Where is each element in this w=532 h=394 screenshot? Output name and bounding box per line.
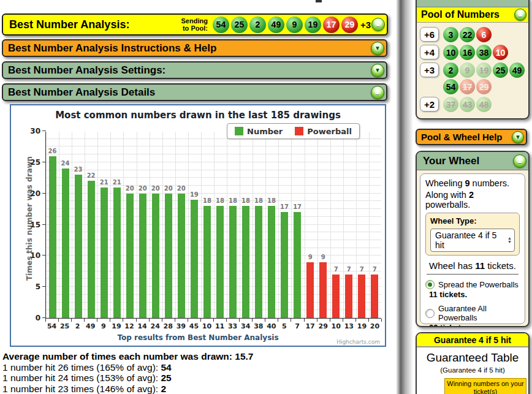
chart-bar[interactable]: [75, 175, 82, 318]
bar-value-label: 18: [267, 197, 276, 204]
x-tick-label: 11: [213, 322, 226, 330]
pool-ball[interactable]: 17: [460, 79, 475, 94]
pool-ball[interactable]: 10: [493, 45, 508, 60]
section-collapse-icon[interactable]: [371, 42, 384, 55]
chart-bar[interactable]: [242, 206, 249, 318]
pool-ball[interactable]: 38: [476, 45, 492, 60]
divider: [427, 274, 519, 275]
legend-item-number[interactable]: Number: [235, 127, 283, 136]
radio-selected-icon[interactable]: [425, 280, 435, 289]
section-bar-label: Best Number Analysis Details: [8, 86, 155, 99]
highcharts-credit[interactable]: Highcharts.com: [336, 339, 380, 345]
x-tick-label: 45: [188, 322, 200, 330]
chart-bar[interactable]: [139, 194, 146, 318]
analysis-summary: Average number of times each number was …: [2, 351, 398, 394]
chart-bar[interactable]: [191, 200, 198, 318]
pool-ball[interactable]: 9: [460, 63, 475, 78]
chart-column: 20: [162, 132, 175, 318]
chart-bar[interactable]: [332, 275, 340, 318]
legend-label: Number: [247, 127, 283, 136]
chart-bar[interactable]: [165, 194, 172, 318]
chart-bar[interactable]: [319, 262, 327, 319]
y-tick-mark: [42, 317, 46, 318]
y-tick-mark: [42, 286, 46, 287]
chart-bar[interactable]: [358, 275, 365, 318]
legend-swatch-icon: [295, 127, 303, 135]
pool-ball[interactable]: 10: [443, 45, 458, 60]
wheel-type-value: Guarantee 4 if 5 hit: [435, 230, 504, 250]
section-bar-instructions[interactable]: Best Number Analysis Instructions & Help: [2, 39, 387, 57]
section-collapse-icon[interactable]: [371, 86, 384, 99]
chart-bar[interactable]: [88, 181, 95, 318]
pool-ball: 25: [231, 17, 248, 33]
chart-bar[interactable]: [281, 212, 288, 318]
pool-ball[interactable]: 37: [443, 97, 458, 112]
chart-column: 22: [85, 132, 97, 318]
pool-ball: 29: [341, 17, 358, 33]
chart-bar[interactable]: [152, 194, 159, 318]
chart-bar[interactable]: [371, 275, 378, 318]
best-number-analysis-header-bar[interactable]: Best Number Analysis: Sending to Pool: 5…: [2, 13, 388, 36]
section-collapse-icon[interactable]: [371, 64, 384, 77]
bar-value-label: 21: [100, 179, 108, 186]
chart-bar[interactable]: [178, 194, 185, 318]
pool-ball[interactable]: 6: [476, 27, 492, 42]
chart-bar[interactable]: [113, 188, 121, 319]
pool-ball[interactable]: 54: [443, 79, 458, 94]
collapse-toggle-icon[interactable]: [371, 18, 385, 31]
summary-line-value: 25: [161, 373, 171, 383]
radio-unselected-icon[interactable]: [425, 309, 435, 318]
select-spinner-icon[interactable]: ▲▼: [504, 237, 512, 244]
chart-bar[interactable]: [255, 206, 262, 318]
pool-ball[interactable]: 25: [493, 63, 508, 78]
bar-value-label: 20: [139, 185, 147, 192]
legend-item-powerball[interactable]: Powerball: [295, 127, 352, 136]
pool-of-numbers-header[interactable]: Pool of Numbers: [417, 7, 528, 23]
pool-ball[interactable]: 22: [460, 27, 475, 42]
pool-ball[interactable]: 2: [443, 63, 458, 78]
section-bar-settings[interactable]: Best Number Analysis Settings:: [2, 61, 387, 79]
pool-ball[interactable]: 19: [476, 63, 492, 78]
radio-guarantee-all-powerballs[interactable]: Guarantee All Powerballs: [425, 304, 520, 322]
table-corner-cell: [419, 379, 445, 394]
pool-collapse-icon[interactable]: [514, 9, 526, 21]
section-bar-label: Best Number Analysis Settings:: [8, 64, 165, 77]
x-axis-title: Top results from Best Number Analysis: [11, 333, 385, 342]
pool-wheel-help-bar[interactable]: Pool & Wheel Help: [416, 129, 527, 145]
chart-bar[interactable]: [101, 188, 108, 319]
pool-ball[interactable]: 49: [509, 63, 525, 78]
section-bar-label: Best Number Analysis Instructions & Help: [8, 42, 216, 55]
chart-bar[interactable]: [203, 206, 211, 318]
chart-bar[interactable]: [268, 206, 275, 318]
pool-ball[interactable]: 29: [476, 79, 492, 94]
chart-bar[interactable]: [294, 212, 301, 318]
chart-column: 9: [317, 132, 330, 318]
wheel-collapse-icon[interactable]: [513, 154, 526, 168]
x-tick-label: 19: [355, 322, 368, 330]
pool-ball[interactable]: 3: [443, 27, 458, 42]
summary-lines: 1 number hit 26 times (165% of avg): 541…: [2, 362, 398, 394]
bar-value-label: 18: [229, 197, 237, 204]
radio-spread-powerballs[interactable]: Spread the Powerballs: [425, 280, 520, 289]
pool-row-label: +2: [420, 97, 439, 112]
chart-bar[interactable]: [216, 206, 224, 318]
chart-bar[interactable]: [126, 194, 134, 318]
chart-bar[interactable]: [49, 156, 56, 318]
wheel-type-label: Wheel Type:: [430, 216, 515, 225]
your-wheel-header[interactable]: Your Wheel: [417, 152, 528, 170]
chart-bar[interactable]: [62, 169, 69, 318]
pool-ball[interactable]: 48: [476, 97, 492, 112]
pool-ball[interactable]: 43: [460, 97, 475, 112]
wheel-type-select[interactable]: Guarantee 4 if 5 hit ▲▼: [430, 229, 515, 252]
chart-bar[interactable]: [345, 275, 352, 318]
average-line: Average number of times each number was …: [2, 351, 398, 362]
bar-value-label: 24: [61, 160, 70, 167]
chart-bar[interactable]: [229, 206, 237, 318]
x-tick-label: 10: [200, 322, 213, 330]
help-collapse-icon[interactable]: [512, 131, 524, 143]
section-bar-details[interactable]: Best Number Analysis Details: [2, 83, 387, 101]
chart-bar[interactable]: [306, 262, 314, 319]
y-tick-label: 5: [36, 282, 40, 291]
pool-ball[interactable]: 16: [460, 45, 475, 60]
radio-guarantee-label: Guarantee All Powerballs: [438, 304, 520, 322]
